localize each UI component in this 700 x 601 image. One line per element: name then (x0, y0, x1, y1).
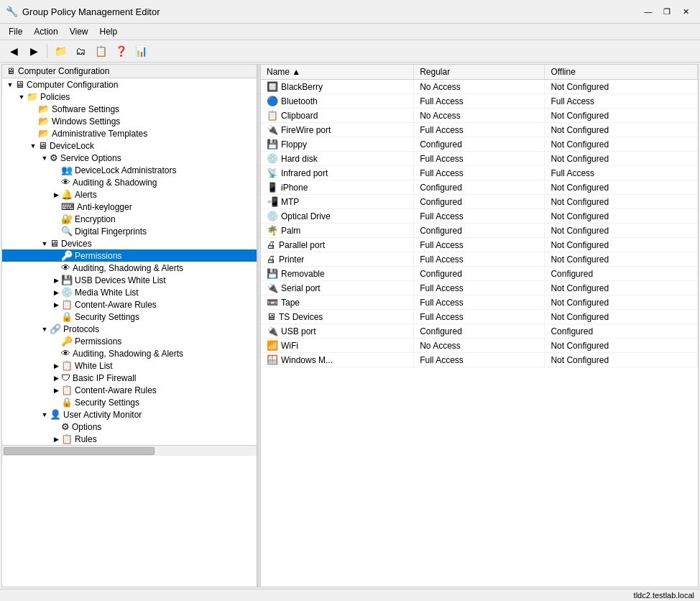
expand-icon-devicelock-admins[interactable] (51, 165, 61, 175)
expand-icon-software-settings[interactable] (28, 104, 38, 114)
expand-icon-basic-ip-firewall[interactable]: ▶ (51, 373, 61, 383)
list-row-16[interactable]: 🖥TS DevicesFull AccessNot Configured (261, 310, 698, 324)
export-button[interactable]: 📋 (91, 42, 110, 60)
list-row-5[interactable]: 💿Hard diskFull AccessNot Configured (261, 152, 698, 166)
list-cell-regular-18: No Access (414, 339, 545, 353)
list-row-15[interactable]: 📼TapeFull AccessNot Configured (261, 295, 698, 310)
tree-node-content-aware-rules2[interactable]: ▶📋Content-Aware Rules (2, 384, 257, 396)
expand-icon-auditing-shadowing[interactable] (51, 178, 61, 188)
expand-icon-policies[interactable]: ▼ (17, 92, 27, 102)
expand-icon-content-aware-rules[interactable]: ▶ (51, 300, 61, 310)
tree-node-service-options[interactable]: ▼⚙Service Options (2, 152, 257, 164)
tree-node-digital-fingerprints[interactable]: 🔍Digital Fingerprints (2, 225, 257, 237)
list-row-19[interactable]: 🪟Windows M...Full AccessNot Configured (261, 353, 698, 367)
tree-node-security-settings[interactable]: 🔒Security Settings (2, 311, 257, 323)
menu-file[interactable]: File (3, 25, 28, 38)
tree-node-admin-templates[interactable]: 📂Administrative Templates (2, 127, 257, 139)
tree-node-auditing-shadowing[interactable]: 👁Auditing & Shadowing (2, 176, 257, 188)
list-row-8[interactable]: 📲MTPConfiguredNot Configured (261, 195, 698, 209)
properties-button[interactable]: 📊 (132, 42, 150, 60)
expand-icon-user-activity[interactable]: ▼ (40, 410, 50, 420)
expand-icon-security-settings[interactable] (51, 312, 61, 322)
list-row-3[interactable]: 🔌FireWire portFull AccessNot Configured (261, 123, 698, 137)
expand-icon-permissions[interactable] (51, 251, 61, 261)
tree-node-proto-auditing[interactable]: 👁Auditing, Shadowing & Alerts (2, 347, 257, 359)
tree-node-comp-config[interactable]: ▼🖥Computer Configuration (2, 78, 257, 91)
list-row-7[interactable]: 📱iPhoneConfiguredNot Configured (261, 180, 698, 195)
list-row-1[interactable]: 🔵BluetoothFull AccessFull Access (261, 94, 698, 109)
tree-node-alerts[interactable]: ▶🔔Alerts (2, 188, 257, 201)
tree-node-options[interactable]: ⚙Options (2, 421, 257, 433)
grid-button[interactable]: 🗂 (71, 42, 90, 60)
list-row-6[interactable]: 📡Infrared portFull AccessFull Access (261, 166, 698, 180)
col-offline-header[interactable]: Offline (545, 65, 698, 80)
tree-node-protocols[interactable]: ▼🔗Protocols (2, 323, 257, 335)
list-row-9[interactable]: 💿Optical DriveFull AccessNot Configured (261, 209, 698, 224)
list-row-0[interactable]: 🔲BlackBerryNo AccessNot Configured (261, 80, 698, 94)
tree-node-basic-ip-firewall[interactable]: ▶🛡Basic IP Firewall (2, 372, 257, 384)
expand-icon-alerts[interactable]: ▶ (51, 190, 61, 200)
tree-node-windows-settings[interactable]: 📂Windows Settings (2, 115, 257, 127)
expand-icon-content-aware-rules2[interactable]: ▶ (51, 385, 61, 395)
col-name-header[interactable]: Name ▲ (261, 65, 414, 80)
expand-icon-options[interactable] (51, 422, 61, 432)
list-row-14[interactable]: 🔌Serial portFull AccessNot Configured (261, 281, 698, 295)
restore-button[interactable]: ❐ (658, 4, 676, 19)
expand-icon-rules[interactable]: ▶ (51, 434, 61, 444)
expand-icon-white-list[interactable]: ▶ (51, 361, 61, 371)
tree-node-content-aware-rules[interactable]: ▶📋Content-Aware Rules (2, 298, 257, 311)
expand-icon-windows-settings[interactable] (28, 116, 38, 127)
expand-icon-proto-auditing[interactable] (51, 349, 61, 359)
expand-icon-protocols[interactable]: ▼ (40, 324, 50, 334)
list-row-4[interactable]: 💾FloppyConfiguredNot Configured (261, 137, 698, 152)
tree-node-encryption[interactable]: 🔐Encryption (2, 213, 257, 225)
expand-icon-security-settings2[interactable] (51, 398, 61, 408)
tree-node-usb-whitelist[interactable]: ▶💾USB Devices White List (2, 274, 257, 286)
menu-action[interactable]: Action (28, 25, 63, 38)
tree-node-devices[interactable]: ▼🖥Devices (2, 237, 257, 249)
expand-icon-media-whitelist[interactable]: ▶ (51, 288, 61, 298)
tree-node-proto-permissions[interactable]: 🔑Permissions (2, 335, 257, 347)
tree-node-anti-keylogger[interactable]: ⌨Anti-keylogger (2, 201, 257, 213)
tree-node-software-settings[interactable]: 📂Software Settings (2, 103, 257, 115)
expand-icon-admin-templates[interactable] (28, 129, 38, 139)
expand-icon-service-options[interactable]: ▼ (40, 153, 50, 163)
expand-icon-devices[interactable]: ▼ (40, 239, 50, 249)
back-button[interactable]: ◀ (4, 42, 23, 60)
tree-node-permissions[interactable]: 🔑Permissions (2, 249, 257, 262)
minimize-button[interactable]: — (640, 4, 657, 19)
expand-icon-encryption[interactable] (51, 214, 61, 224)
menu-help[interactable]: Help (94, 25, 124, 38)
expand-icon-usb-whitelist[interactable]: ▶ (51, 275, 61, 285)
menu-view[interactable]: View (64, 25, 94, 38)
tree-hscrollbar[interactable] (2, 445, 257, 456)
expand-icon-digital-fingerprints[interactable] (51, 226, 61, 237)
list-row-10[interactable]: 🌴PalmConfiguredNot Configured (261, 224, 698, 238)
tree-node-media-whitelist[interactable]: ▶💿Media White List (2, 286, 257, 298)
expand-icon-proto-permissions[interactable] (51, 336, 61, 347)
tree-hscroll-thumb[interactable] (4, 447, 155, 455)
forward-button[interactable]: ▶ (24, 42, 43, 60)
list-row-12[interactable]: 🖨PrinterFull AccessNot Configured (261, 252, 698, 267)
tree-node-security-settings2[interactable]: 🔒Security Settings (2, 396, 257, 408)
expand-icon-devicelock[interactable]: ▼ (28, 141, 38, 151)
list-row-13[interactable]: 💾RemovableConfiguredConfigured (261, 267, 698, 281)
col-regular-header[interactable]: Regular (414, 65, 545, 80)
tree-node-rules[interactable]: ▶📋Rules (2, 433, 257, 445)
folder-button[interactable]: 📁 (51, 42, 70, 60)
list-row-11[interactable]: 🖨Parallel portFull AccessNot Configured (261, 238, 698, 252)
tree-node-user-activity[interactable]: ▼👤User Activity Monitor (2, 408, 257, 421)
tree-node-policies[interactable]: ▼📁Policies (2, 91, 257, 103)
tree-node-white-list[interactable]: ▶📋White List (2, 359, 257, 372)
help-button[interactable]: ❓ (111, 42, 130, 60)
expand-icon-anti-keylogger[interactable] (51, 202, 61, 212)
tree-node-auditing-shadowing-alerts[interactable]: 👁Auditing, Shadowing & Alerts (2, 262, 257, 274)
list-row-17[interactable]: 🔌USB portConfiguredConfigured (261, 324, 698, 339)
close-button[interactable]: ✕ (677, 4, 694, 19)
tree-node-devicelock[interactable]: ▼🖥DeviceLock (2, 139, 257, 152)
list-row-2[interactable]: 📋ClipboardNo AccessNot Configured (261, 109, 698, 123)
list-row-18[interactable]: 📶WiFiNo AccessNot Configured (261, 339, 698, 353)
tree-node-devicelock-admins[interactable]: 👥DeviceLock Administrators (2, 164, 257, 176)
expand-icon-comp-config[interactable]: ▼ (5, 80, 15, 90)
expand-icon-auditing-shadowing-alerts[interactable] (51, 263, 61, 273)
